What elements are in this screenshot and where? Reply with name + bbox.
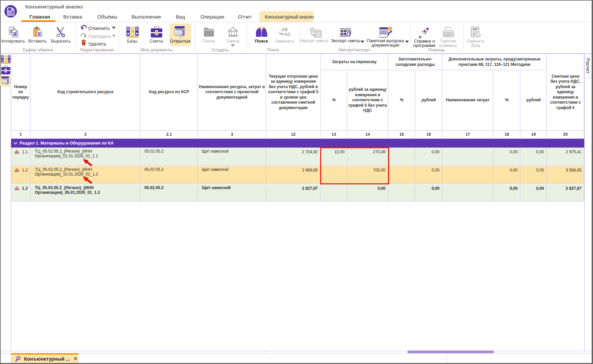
- svg-text:AC: AC: [284, 32, 290, 37]
- svg-text:AB: AB: [281, 27, 288, 32]
